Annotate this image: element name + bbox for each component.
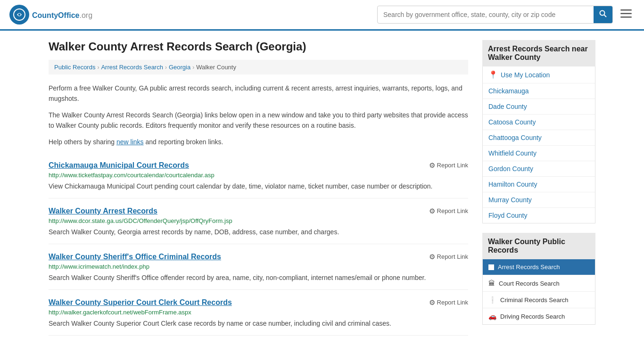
result-desc-2: Search Walker County, Georgia arrest rec…	[49, 227, 468, 237]
sidebar-records-header: Walker County Public Records	[482, 233, 595, 259]
list-item-gordon-county[interactable]: Gordon County	[483, 161, 595, 177]
sidebar-record-criminal[interactable]: ❕ Criminal Records Search	[483, 292, 595, 308]
main-container: Walker County Arrest Records Search (Geo…	[39, 31, 605, 345]
report-icon-2: ⚙	[429, 207, 435, 215]
breadcrumb: Public Records › Arrest Records Search ›…	[49, 60, 468, 74]
report-link-4[interactable]: ⚙ Report Link	[429, 298, 468, 307]
page-title: Walker County Arrest Records Search (Geo…	[49, 40, 468, 53]
result-item-4: Walker County Superior Court Clerk Court…	[49, 290, 468, 336]
list-item-whitfield-county[interactable]: Whitfield County	[483, 146, 595, 161]
svg-point-1	[18, 14, 21, 16]
results-list: Chickamauga Municipal Court Records ⚙ Re…	[49, 153, 468, 336]
sidebar-record-arrest[interactable]: Arrest Records Search	[483, 259, 595, 275]
list-item-floyd-county[interactable]: Floyd County	[483, 208, 595, 223]
breadcrumb-sep-3: ›	[192, 64, 194, 71]
svg-rect-5	[620, 13, 632, 15]
sidebar-records-list: Arrest Records Search 🏛 Court Records Se…	[482, 259, 595, 325]
result-url-4[interactable]: http://walker.gaclerkofcourt.net/webForm…	[49, 309, 468, 316]
arrest-record-icon	[488, 264, 494, 270]
list-item-chattooga-county[interactable]: Chattooga County	[483, 130, 595, 146]
sidebar-nearby-list: 📍 Use My Location Chickamauga Dade Count…	[482, 66, 595, 223]
sidebar-nearby-header: Arrest Records Search near Walker County	[482, 40, 595, 66]
report-icon-4: ⚙	[429, 298, 435, 307]
result-url-3[interactable]: http://www.icrimewatch.net/index.php	[49, 263, 468, 270]
list-item-catoosa-county[interactable]: Catoosa County	[483, 115, 595, 130]
arrest-record-label: Arrest Records Search	[498, 263, 560, 271]
result-title-3[interactable]: Walker County Sheriff's Office Criminal …	[49, 253, 221, 261]
sidebar: Arrest Records Search near Walker County…	[482, 40, 595, 336]
use-location-label: Use My Location	[501, 71, 550, 79]
report-label-4: Report Link	[437, 299, 468, 306]
header: CountyOffice.org	[0, 0, 644, 31]
logo-text: CountyOffice.org	[32, 9, 92, 20]
sidebar-nearby-section: Arrest Records Search near Walker County…	[482, 40, 595, 223]
report-label-2: Report Link	[437, 207, 468, 214]
hamburger-menu-button[interactable]	[618, 6, 635, 24]
search-bar	[377, 6, 613, 24]
svg-point-2	[600, 11, 605, 16]
breadcrumb-arrest-records-search[interactable]: Arrest Records Search	[101, 64, 163, 71]
svg-rect-6	[620, 16, 632, 18]
list-item-chickamauga[interactable]: Chickamauga	[483, 83, 595, 99]
result-url-1[interactable]: http://www.ticketfastpay.com/courtcalend…	[49, 172, 468, 179]
breadcrumb-public-records[interactable]: Public Records	[54, 64, 95, 71]
list-item-hamilton-county[interactable]: Hamilton County	[483, 177, 595, 192]
criminal-record-icon: ❕	[488, 296, 496, 304]
result-title-1[interactable]: Chickamauga Municipal Court Records	[49, 161, 189, 170]
svg-rect-4	[620, 9, 632, 11]
court-record-label: Court Records Search	[499, 280, 560, 287]
result-item-1: Chickamauga Municipal Court Records ⚙ Re…	[49, 153, 468, 198]
svg-line-3	[604, 15, 607, 17]
result-header-2: Walker County Arrest Records ⚙ Report Li…	[49, 207, 468, 215]
report-link-1[interactable]: ⚙ Report Link	[429, 161, 468, 170]
criminal-record-label: Criminal Records Search	[500, 296, 569, 304]
result-desc-3: Search Walker County Sheriff's Office of…	[49, 273, 468, 283]
result-header-3: Walker County Sheriff's Office Criminal …	[49, 253, 468, 261]
result-item-2: Walker County Arrest Records ⚙ Report Li…	[49, 198, 468, 244]
search-button[interactable]	[594, 6, 612, 23]
list-item-murray-county[interactable]: Murray County	[483, 192, 595, 208]
driving-record-label: Driving Records Search	[500, 313, 565, 320]
sidebar-record-court[interactable]: 🏛 Court Records Search	[483, 275, 595, 292]
breadcrumb-georgia[interactable]: Georgia	[169, 64, 190, 71]
breadcrumb-sep-2: ›	[165, 64, 167, 71]
result-header-1: Chickamauga Municipal Court Records ⚙ Re…	[49, 161, 468, 170]
new-links-link[interactable]: new links	[116, 138, 144, 146]
report-label-1: Report Link	[437, 162, 468, 169]
court-record-icon: 🏛	[488, 280, 495, 287]
report-link-2[interactable]: ⚙ Report Link	[429, 207, 468, 215]
driving-record-icon: 🚗	[488, 313, 496, 320]
breadcrumb-walker-county: Walker County	[196, 64, 236, 71]
result-item-3: Walker County Sheriff's Office Criminal …	[49, 244, 468, 290]
result-url-2[interactable]: http://www.dcor.state.ga.us/GDC/Offender…	[49, 217, 468, 224]
search-input[interactable]	[378, 7, 594, 22]
result-header-4: Walker County Superior Court Clerk Court…	[49, 298, 468, 307]
desc-2: The Walker County Arrest Records Search …	[49, 110, 468, 131]
desc-1: Perform a free Walker County, GA public …	[49, 83, 468, 104]
sidebar-use-location[interactable]: 📍 Use My Location	[483, 66, 595, 83]
logo-icon	[9, 5, 29, 25]
report-icon-3: ⚙	[429, 253, 435, 261]
result-desc-1: View Chickamauga Municipal Court pending…	[49, 181, 468, 191]
result-title-4[interactable]: Walker County Superior Court Clerk Court…	[49, 298, 232, 307]
header-right	[377, 6, 635, 24]
logo-area: CountyOffice.org	[9, 5, 92, 25]
result-desc-4: Search Walker County Superior Court Cler…	[49, 319, 468, 329]
breadcrumb-sep-1: ›	[97, 64, 99, 71]
list-item-dade-county[interactable]: Dade County	[483, 99, 595, 115]
main-content: Walker County Arrest Records Search (Geo…	[49, 40, 468, 336]
desc-3: Help others by sharing new links and rep…	[49, 137, 468, 147]
sidebar-record-driving[interactable]: 🚗 Driving Records Search	[483, 308, 595, 324]
result-title-2[interactable]: Walker County Arrest Records	[49, 207, 157, 215]
report-link-3[interactable]: ⚙ Report Link	[429, 253, 468, 261]
sidebar-records-section: Walker County Public Records Arrest Reco…	[482, 233, 595, 325]
location-dot-icon: 📍	[488, 70, 498, 79]
report-label-3: Report Link	[437, 253, 468, 260]
report-icon-1: ⚙	[429, 161, 435, 170]
